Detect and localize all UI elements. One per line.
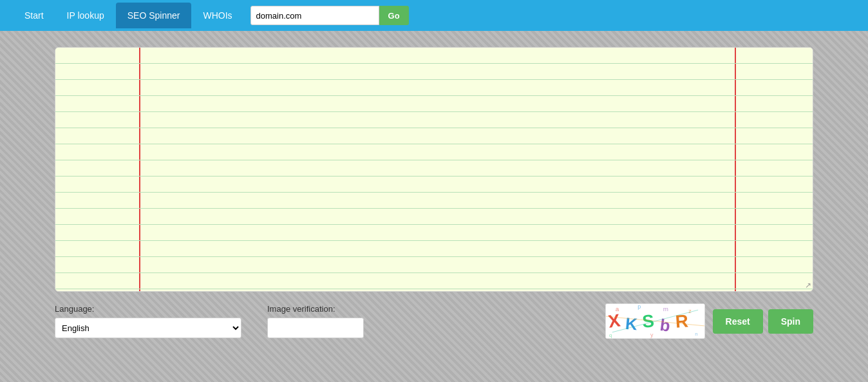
main-content: ↗ Language: English Spanish French Germa… xyxy=(0,31,868,352)
nav-whois[interactable]: WHOIs xyxy=(191,3,243,28)
right-controls: X K S b R a p m z q y n xyxy=(605,303,813,339)
nav-start[interactable]: Start xyxy=(13,3,55,28)
svg-text:K: K xyxy=(625,314,638,334)
notepad-wrapper: ↗ xyxy=(55,47,813,292)
domain-input[interactable] xyxy=(250,6,379,25)
captcha-image: X K S b R a p m z q y n xyxy=(605,303,705,339)
verification-group: Image verification: xyxy=(267,304,364,338)
language-select[interactable]: English Spanish French German Italian Po… xyxy=(55,318,241,338)
nav-seo-spinner[interactable]: SEO Spinner xyxy=(116,3,192,28)
reset-button[interactable]: Reset xyxy=(713,309,763,334)
captcha-svg: X K S b R a p m z q y n xyxy=(606,303,704,339)
search-area: Go xyxy=(250,6,409,25)
svg-text:a: a xyxy=(615,305,619,312)
svg-text:m: m xyxy=(663,305,668,312)
spin-button[interactable]: Spin xyxy=(768,309,813,334)
language-group: Language: English Spanish French German … xyxy=(55,304,241,338)
bottom-controls: Language: English Spanish French German … xyxy=(55,303,813,339)
language-label: Language: xyxy=(55,304,241,314)
action-buttons: Reset Spin xyxy=(713,309,813,334)
svg-text:p: p xyxy=(637,303,641,310)
nav-ip-lookup[interactable]: IP lookup xyxy=(55,3,116,28)
go-button[interactable]: Go xyxy=(379,6,409,25)
svg-text:z: z xyxy=(688,308,692,314)
header: Start IP lookup SEO Spinner WHOIs Go xyxy=(0,0,868,31)
notepad-lines: ↗ xyxy=(55,48,813,291)
svg-text:q: q xyxy=(609,332,611,338)
verification-input[interactable] xyxy=(267,318,364,338)
svg-text:y: y xyxy=(650,332,654,338)
notepad-textarea[interactable] xyxy=(55,48,813,291)
verification-label: Image verification: xyxy=(267,304,364,314)
svg-text:n: n xyxy=(695,331,697,337)
